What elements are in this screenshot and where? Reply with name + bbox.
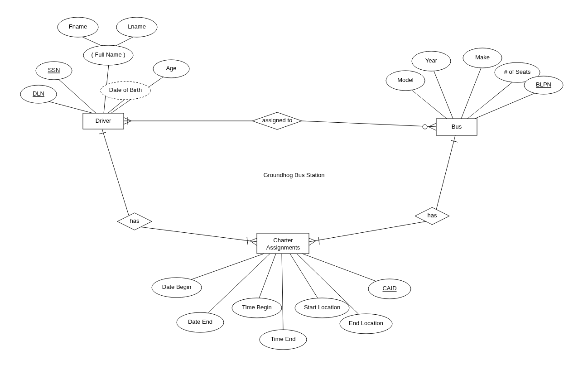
attr-time-end: Time End xyxy=(260,330,307,350)
attr-age: Age xyxy=(153,60,189,78)
conn-make-bus xyxy=(461,68,481,119)
diagram-title: Groundhog Bus Station xyxy=(263,172,324,178)
rel-assigned-label: assigned to xyxy=(262,117,293,124)
svg-text:Fname: Fname xyxy=(69,23,87,30)
conn-timebegin-charter xyxy=(259,254,276,299)
svg-text:Year: Year xyxy=(425,57,438,64)
svg-text:Age: Age xyxy=(166,65,176,72)
conn-driver-hasleft xyxy=(102,129,129,215)
tick-bus-bottom xyxy=(451,140,458,142)
attr-start-loc: Start Location xyxy=(295,298,349,318)
rel-has-left: has xyxy=(117,213,152,230)
rel-assigned-to: assigned to xyxy=(252,112,302,130)
svg-text:Date Begin: Date Begin xyxy=(162,283,191,290)
svg-text:SSN: SSN xyxy=(48,67,60,73)
svg-text:Time End: Time End xyxy=(270,336,295,342)
crow-driver-bottom xyxy=(123,121,131,125)
svg-text:Start Location: Start Location xyxy=(304,304,340,311)
conn-hasleft-charter xyxy=(140,227,257,242)
conn-fname-fullname xyxy=(80,36,105,47)
rel-has-left-label: has xyxy=(130,217,140,224)
attr-blpn: BLPN xyxy=(524,76,563,94)
conn-assigned-bus xyxy=(302,121,437,127)
rel-has-right-label: has xyxy=(428,212,437,219)
conn-ssn-driver xyxy=(58,78,96,113)
conn-lname-fullname xyxy=(113,36,135,47)
crow-bus-circle xyxy=(423,125,427,129)
attr-lname: Lname xyxy=(116,17,157,37)
conn-dln-driver xyxy=(43,100,93,113)
attr-dln: DLN xyxy=(20,85,57,103)
crow-driver-top xyxy=(123,117,131,121)
svg-text:Time Begin: Time Begin xyxy=(242,304,271,311)
entity-charter-label1: Charter xyxy=(273,237,293,244)
svg-text:CAID: CAID xyxy=(382,285,396,292)
svg-text:End Location: End Location xyxy=(349,320,383,326)
svg-text:( Full Name ): ( Full Name ) xyxy=(91,51,125,58)
svg-text:Model: Model xyxy=(397,77,414,83)
rel-has-right: has xyxy=(415,207,449,225)
attr-make: Make xyxy=(463,48,502,68)
attr-fullname: ( Full Name ) xyxy=(83,45,133,65)
crow-bus-top xyxy=(429,123,436,127)
svg-text:Make: Make xyxy=(475,54,490,61)
conn-hasright-charter xyxy=(309,221,426,242)
entity-bus: Bus xyxy=(436,119,477,135)
entity-bus-label: Bus xyxy=(452,123,462,130)
tick-charter-right xyxy=(318,237,319,245)
svg-text:Date of Birth: Date of Birth xyxy=(109,86,142,93)
conn-timeend-charter xyxy=(282,254,283,331)
attr-dob: Date of Birth xyxy=(101,82,150,100)
svg-text:Lname: Lname xyxy=(128,23,146,30)
svg-text:Date End: Date End xyxy=(188,318,212,325)
conn-datebegin-charter xyxy=(184,254,264,282)
tick-driver-bottom xyxy=(99,132,106,134)
svg-text:DLN: DLN xyxy=(33,90,44,97)
er-diagram: Driver Bus Charter Assignments assigned … xyxy=(0,0,588,384)
attr-date-end: Date End xyxy=(177,312,224,332)
attr-fname: Fname xyxy=(58,17,98,37)
attr-model: Model xyxy=(386,71,425,91)
conn-dob-driver xyxy=(108,99,125,113)
entity-charter: Charter Assignments xyxy=(257,233,309,254)
attr-ssn: SSN xyxy=(36,62,72,80)
conn-caid-charter xyxy=(302,254,383,284)
attr-year: Year xyxy=(412,51,451,71)
entity-driver-label: Driver xyxy=(96,117,111,124)
svg-text:# of Seats: # of Seats xyxy=(504,68,531,75)
conn-bus-hasright xyxy=(436,135,455,210)
conn-startloc-charter xyxy=(290,254,318,299)
entity-driver: Driver xyxy=(83,113,124,129)
attr-end-loc: End Location xyxy=(340,314,392,334)
attr-caid: CAID xyxy=(368,279,411,299)
crow-bus-bottom xyxy=(429,127,436,130)
conn-seats-bus xyxy=(468,82,513,119)
attr-date-begin: Date Begin xyxy=(152,278,202,298)
conn-model-bus xyxy=(409,88,447,119)
crow-charter-right-top xyxy=(309,238,316,241)
entity-charter-label2: Assignments xyxy=(266,244,300,251)
svg-text:BLPN: BLPN xyxy=(536,81,551,88)
conn-year-bus xyxy=(434,70,453,119)
attr-time-begin: Time Begin xyxy=(232,298,282,318)
crow-charter-left-top xyxy=(250,238,257,241)
